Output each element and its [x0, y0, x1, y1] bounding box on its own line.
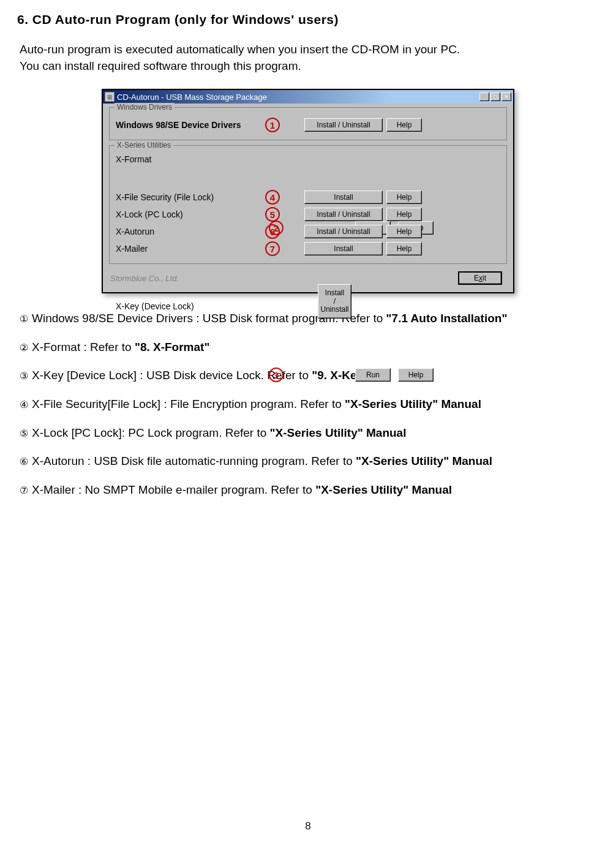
- util-label-3: X-Key (Device Lock): [116, 301, 263, 448]
- window-title: CD-Autorun - USB Mass Storage Package: [117, 92, 479, 102]
- util-label-4: X-File Security (File Lock): [116, 192, 263, 202]
- list-ref: "X-Series Utility" Manual: [356, 454, 492, 467]
- autorun-window: ⊞ CD-Autorun - USB Mass Storage Package …: [102, 89, 514, 293]
- help-button-6[interactable]: Help: [386, 225, 422, 238]
- titlebar: ⊞ CD-Autorun - USB Mass Storage Package …: [103, 90, 513, 104]
- windows-drivers-group: Windows 98/SE Device Drivers 1 Install /…: [109, 107, 507, 140]
- app-icon: ⊞: [105, 92, 115, 102]
- minimize-button[interactable]: _: [479, 92, 489, 101]
- page-number: 8: [0, 820, 616, 832]
- x-series-utilities-group: X-Format X-Key (Device Lock) 2 3 Install…: [109, 145, 507, 264]
- intro-paragraph: Auto-run program is executed automatical…: [17, 42, 599, 74]
- list-item-1: ① Windows 98/SE Device Drivers : USB Dis…: [20, 311, 599, 327]
- install-uninstall-button-5[interactable]: Install / Uninstall: [304, 208, 383, 221]
- list-item-7: ⑦ X-Mailer : No SMPT Mobile e-mailer pro…: [20, 482, 599, 499]
- list-marker: ⑦: [20, 484, 28, 497]
- help-button-7[interactable]: Help: [386, 242, 422, 255]
- marker-5: 5: [265, 207, 280, 222]
- help-button-3[interactable]: Help: [398, 368, 434, 382]
- marker-3: 3: [269, 368, 284, 382]
- install-uninstall-button-6[interactable]: Install / Uninstall: [304, 225, 383, 238]
- util-label-7: X-Mailer: [116, 244, 263, 254]
- intro-line-2: You can install required software throug…: [20, 59, 301, 72]
- marker-6: 6: [265, 224, 280, 239]
- section-title: 6. CD Auto-run Program (only for Windows…: [17, 12, 599, 27]
- util-label-6: X-Autorun: [116, 227, 263, 236]
- run-button-3[interactable]: Run: [355, 368, 391, 382]
- marker-4: 4: [265, 190, 280, 205]
- list-text: X-Mailer : No SMPT Mobile e-mailer progr…: [32, 483, 315, 496]
- drivers-label: Windows 98/SE Device Drivers: [116, 120, 263, 130]
- list-marker: ②: [20, 341, 28, 355]
- help-button-5[interactable]: Help: [386, 208, 422, 221]
- help-button-1[interactable]: Help: [386, 118, 422, 132]
- marker-7: 7: [265, 241, 280, 256]
- install-button-4[interactable]: Install: [304, 190, 383, 204]
- util-label-5: X-Lock (PC Lock): [116, 209, 263, 219]
- list-item-6: ⑥ X-Autorun : USB Disk file automatic-ru…: [20, 453, 599, 470]
- list-text: X-Autorun : USB Disk file automatic-runn…: [32, 454, 356, 467]
- list-marker: ⑥: [20, 455, 28, 469]
- list-marker: ⑤: [20, 427, 28, 440]
- list-item-2: ② X-Format : Refer to "8. X-Format": [20, 339, 599, 356]
- close-button[interactable]: ×: [501, 92, 511, 101]
- install-button-7[interactable]: Install: [304, 242, 383, 255]
- install-uninstall-button-23[interactable]: Install / Uninstall: [318, 284, 351, 319]
- exit-button[interactable]: Exit: [458, 271, 502, 285]
- intro-line-1: Auto-run program is executed automatical…: [20, 43, 460, 56]
- list-item-4: ④ X-File Security[File Lock] : File Encr…: [20, 396, 599, 413]
- marker-1: 1: [265, 118, 280, 132]
- list-ref: "X-Series Utility" Manual: [315, 483, 452, 496]
- list-marker: ①: [20, 312, 28, 326]
- list-marker: ③: [20, 369, 28, 383]
- help-button-4[interactable]: Help: [386, 190, 422, 204]
- numbered-list: ① Windows 98/SE Device Drivers : USB Dis…: [17, 311, 599, 498]
- list-item-5: ⑤ X-Lock [PC Lock]: PC Lock program. Ref…: [20, 425, 599, 442]
- maximize-button[interactable]: □: [490, 92, 500, 101]
- list-item-3: ③ X-Key [Device Lock] : USB Disk device …: [20, 368, 599, 384]
- list-marker: ④: [20, 398, 28, 412]
- install-uninstall-button-1[interactable]: Install / Uninstall: [304, 118, 383, 132]
